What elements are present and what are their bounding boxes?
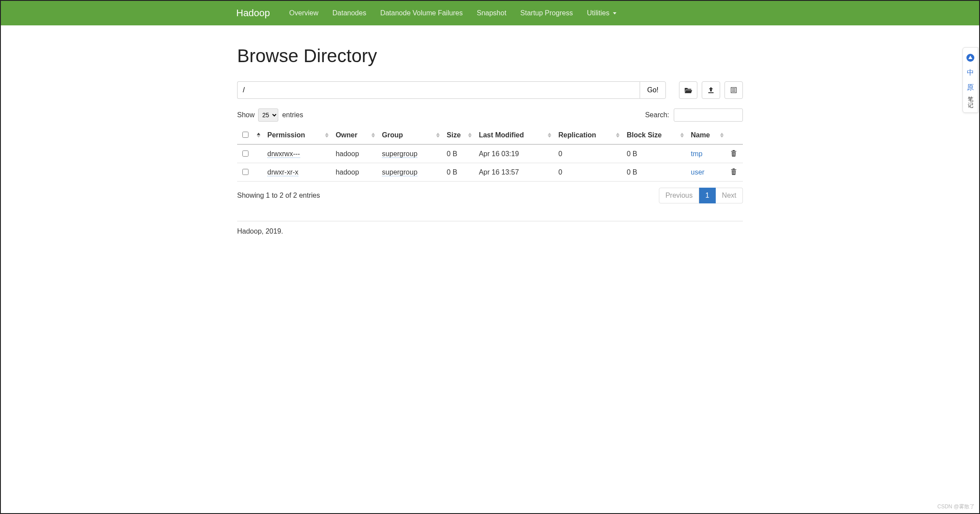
nav-overview[interactable]: Overview xyxy=(282,1,326,25)
trash-icon xyxy=(731,168,737,175)
sort-icon xyxy=(325,133,329,137)
group-cell: supergroup xyxy=(382,168,417,176)
sort-icon xyxy=(257,133,260,137)
nav-links: Overview Datanodes Datanode Volume Failu… xyxy=(282,1,623,25)
footer: Hadoop, 2019. xyxy=(237,227,743,235)
brand[interactable]: Hadoop xyxy=(236,7,270,19)
sort-icon xyxy=(720,133,724,137)
owner-cell: hadoop xyxy=(332,163,378,182)
table-row: drwxr-xr-xhadoopsupergroup0 BApr 16 13:5… xyxy=(237,163,743,182)
size-cell: 0 B xyxy=(443,163,475,182)
col-sort[interactable] xyxy=(253,126,264,144)
col-group[interactable]: Group xyxy=(378,126,443,144)
select-all-checkbox[interactable] xyxy=(242,132,248,138)
upload-icon xyxy=(707,87,714,94)
upload-button[interactable] xyxy=(702,81,720,99)
show-label-post: entries xyxy=(282,111,303,119)
table-row: drwxrwx---hadoopsupergroup0 BApr 16 03:1… xyxy=(237,144,743,163)
delete-button[interactable] xyxy=(731,150,737,158)
sort-icon xyxy=(436,133,440,137)
sort-icon xyxy=(371,133,375,137)
replication-cell: 0 xyxy=(555,163,623,182)
chevron-down-icon xyxy=(613,12,616,14)
owner-cell: hadoop xyxy=(332,144,378,163)
nav-volume-failures[interactable]: Datanode Volume Failures xyxy=(373,1,470,25)
col-owner[interactable]: Owner xyxy=(332,126,378,144)
col-permission[interactable]: Permission xyxy=(264,126,332,144)
new-folder-button[interactable] xyxy=(724,81,743,99)
col-replication[interactable]: Replication xyxy=(555,126,623,144)
go-button[interactable]: Go! xyxy=(640,81,666,99)
col-name[interactable]: Name xyxy=(687,126,727,144)
nav-utilities[interactable]: Utilities xyxy=(580,1,623,25)
list-icon xyxy=(731,87,737,93)
previous-button[interactable]: Previous xyxy=(659,188,699,203)
size-cell: 0 B xyxy=(443,144,475,163)
toolbar-icons xyxy=(679,81,743,99)
search-label: Search: xyxy=(645,111,669,119)
col-blocksize[interactable]: Block Size xyxy=(623,126,687,144)
show-label-pre: Show xyxy=(237,111,255,119)
search-input[interactable] xyxy=(674,108,743,122)
nav-snapshot[interactable]: Snapshot xyxy=(470,1,514,25)
col-checkbox xyxy=(237,126,253,144)
col-actions xyxy=(727,126,743,144)
navbar-inner: Hadoop Overview Datanodes Datanode Volum… xyxy=(236,1,744,25)
trash-icon xyxy=(731,150,737,157)
path-input-group: Go! xyxy=(237,81,666,99)
page-1-button[interactable]: 1 xyxy=(699,188,716,203)
path-input[interactable] xyxy=(237,81,640,99)
nav-utilities-label: Utilities xyxy=(587,9,609,17)
col-modified[interactable]: Last Modified xyxy=(475,126,555,144)
table-info: Showing 1 to 2 of 2 entries xyxy=(237,192,320,199)
delete-button[interactable] xyxy=(731,169,737,176)
directory-table: Permission Owner Group Size Last Modifie… xyxy=(237,126,743,182)
sort-icon xyxy=(548,133,551,137)
footer-divider xyxy=(237,221,743,221)
navbar: Hadoop Overview Datanodes Datanode Volum… xyxy=(1,1,979,25)
group-cell: supergroup xyxy=(382,150,417,158)
page-title: Browse Directory xyxy=(237,45,743,66)
blocksize-cell: 0 B xyxy=(623,144,687,163)
watermark: CSDN @雾散了 xyxy=(937,503,975,511)
modified-cell: Apr 16 03:19 xyxy=(475,144,555,163)
side-widget: 中 原 笔 记 xyxy=(962,47,978,113)
main-container: Browse Directory Go! Show 25 entries Sea… xyxy=(236,45,744,235)
modified-cell: Apr 16 13:57 xyxy=(475,163,555,182)
path-row: Go! xyxy=(237,81,743,99)
sort-icon xyxy=(468,133,472,137)
row-checkbox[interactable] xyxy=(242,150,248,157)
side-char-1[interactable]: 中 xyxy=(965,67,976,78)
triangle-circle-icon xyxy=(966,53,975,62)
table-controls: Show 25 entries Search: xyxy=(237,108,743,122)
permission-cell: drwxrwx--- xyxy=(267,150,300,158)
permission-cell: drwxr-xr-x xyxy=(267,168,298,176)
sort-icon xyxy=(680,133,684,137)
name-link[interactable]: user xyxy=(691,168,704,176)
name-link[interactable]: tmp xyxy=(691,150,703,157)
folder-open-icon xyxy=(684,87,692,93)
row-checkbox[interactable] xyxy=(242,169,248,175)
col-size[interactable]: Size xyxy=(443,126,475,144)
search-box: Search: xyxy=(645,108,743,122)
nav-startup-progress[interactable]: Startup Progress xyxy=(513,1,580,25)
side-logo-icon[interactable] xyxy=(965,52,976,63)
nav-datanodes[interactable]: Datanodes xyxy=(326,1,373,25)
entries-select[interactable]: 25 xyxy=(258,108,278,122)
side-notes[interactable]: 笔 记 xyxy=(965,97,976,108)
sort-icon xyxy=(616,133,620,137)
table-bottom: Showing 1 to 2 of 2 entries Previous 1 N… xyxy=(237,188,743,203)
show-entries: Show 25 entries xyxy=(237,108,303,122)
open-folder-button[interactable] xyxy=(679,81,697,99)
replication-cell: 0 xyxy=(555,144,623,163)
pagination: Previous 1 Next xyxy=(659,188,743,203)
side-char-2[interactable]: 原 xyxy=(965,82,976,93)
blocksize-cell: 0 B xyxy=(623,163,687,182)
header-row: Permission Owner Group Size Last Modifie… xyxy=(237,126,743,144)
next-button[interactable]: Next xyxy=(716,188,743,203)
